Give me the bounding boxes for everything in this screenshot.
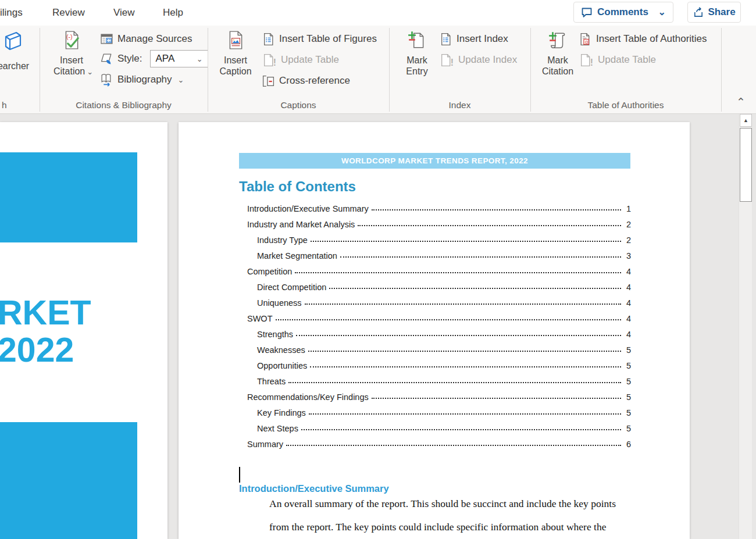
group-separator — [530, 28, 531, 112]
toc-page[interactable]: WORLDCORP MARKET TRENDS REPORT, 2022 Tab… — [179, 122, 690, 539]
insert-citation-label-2: Citation — [54, 66, 85, 76]
dot-leader — [309, 413, 621, 415]
cross-reference-label: Cross-reference — [279, 75, 350, 87]
comments-label: Comments — [597, 6, 648, 18]
collapse-ribbon-icon[interactable]: ⌃ — [732, 95, 750, 110]
toc-entry[interactable]: Industry and Market Analysis2 — [247, 215, 631, 231]
vertical-scrollbar[interactable]: ▲ — [739, 114, 752, 539]
dot-leader — [372, 398, 621, 399]
document-canvas: RKET 2022 WORLDCORP MARKET TRENDS REPORT… — [0, 114, 756, 539]
share-button[interactable]: Share — [687, 2, 741, 23]
insert-table-of-authorities-button[interactable]: g Insert Table of Authorities — [579, 31, 707, 47]
toc-entry[interactable]: Key Findings5 — [247, 404, 631, 419]
toc-entry[interactable]: Uniqueness4 — [247, 294, 631, 309]
toc-entry[interactable]: Direct Competition4 — [247, 278, 631, 294]
tab-view[interactable]: View — [113, 0, 135, 26]
dot-leader — [308, 351, 621, 352]
insert-caption-icon — [217, 30, 254, 52]
comments-chevron-icon[interactable]: ⌄ — [658, 8, 666, 17]
cover-title-line-1: RKET — [0, 294, 91, 331]
toc-entry[interactable]: Summary6 — [247, 435, 631, 451]
group-label-index: Index — [389, 100, 530, 110]
svg-text:!: ! — [451, 57, 454, 66]
toc-entry[interactable]: Weaknesses5 — [247, 341, 631, 356]
toc-entry[interactable]: Introduction/Executive Summary1 — [247, 199, 631, 215]
group-separator — [40, 28, 40, 112]
mark-citation-label-1: Mark — [547, 55, 568, 65]
manage-sources-button[interactable]: Manage Sources — [100, 31, 192, 47]
dot-leader — [372, 209, 621, 210]
update-index-button: ! Update Index — [439, 52, 517, 67]
share-label: Share — [708, 6, 735, 18]
toc-entry[interactable]: Competition4 — [247, 262, 631, 278]
insert-table-of-figures-icon — [262, 33, 275, 46]
scrollbar-thumb[interactable] — [740, 128, 752, 202]
bibliography-button[interactable]: Bibliography ⌄ — [100, 72, 184, 87]
researcher-button[interactable]: earcher — [0, 29, 36, 72]
style-value: APA — [156, 53, 175, 65]
toc-entry[interactable]: Strengths4 — [247, 325, 631, 341]
update-table-label: Update Table — [281, 54, 339, 66]
tab-mailings-partial[interactable]: ilings — [0, 0, 23, 26]
insert-table-of-figures-label: Insert Table of Figures — [279, 33, 377, 45]
body-text-line: An overall summary of the report. This s… — [269, 498, 616, 510]
svg-text:!: ! — [273, 57, 276, 66]
scroll-up-button[interactable]: ▲ — [740, 114, 752, 127]
svg-text:(-): (-) — [66, 33, 73, 40]
insert-table-of-authorities-icon: g — [579, 33, 592, 46]
share-icon — [693, 7, 704, 18]
cross-reference-button[interactable]: Cross-reference — [262, 73, 350, 88]
style-label: Style: — [117, 53, 142, 65]
toc-entry[interactable]: SWOT4 — [247, 309, 631, 325]
style-select[interactable]: APA ⌄ — [150, 50, 208, 67]
comments-button[interactable]: Comments ⌄ — [573, 2, 673, 23]
mark-entry-button[interactable]: Mark Entry — [399, 29, 435, 77]
table-of-contents[interactable]: Introduction/Executive Summary1 Industry… — [247, 199, 631, 451]
insert-citation-button[interactable]: (-) Insert Citation⌄ — [54, 29, 90, 77]
svg-text:g: g — [585, 38, 588, 44]
menu-bar: ilings Review View Help Comments ⌄ Share — [0, 0, 756, 26]
mark-citation-label-2: Citation — [542, 66, 573, 76]
toc-entry[interactable]: Industry Type2 — [247, 231, 631, 247]
manage-sources-icon — [100, 33, 113, 46]
comment-bubble-icon — [581, 6, 593, 18]
toc-entry[interactable]: Next Steps5 — [247, 419, 631, 435]
mark-citation-button[interactable]: Mark Citation — [540, 29, 576, 77]
chevron-down-icon: ⌄ — [87, 67, 93, 76]
toc-entry[interactable]: Threats5 — [247, 372, 631, 388]
cover-title-partial: RKET 2022 — [0, 294, 91, 369]
dot-leader — [296, 335, 621, 336]
insert-table-of-authorities-label: Insert Table of Authorities — [596, 33, 707, 45]
insert-caption-button[interactable]: Insert Caption — [217, 29, 254, 77]
update-index-icon: ! — [439, 53, 454, 67]
style-brush-icon — [100, 52, 113, 66]
toc-entry[interactable]: Opportunities5 — [247, 356, 631, 372]
scroll-up-arrow-icon: ▲ — [743, 117, 748, 123]
tab-help[interactable]: Help — [163, 0, 183, 26]
dot-leader — [340, 256, 621, 258]
dot-leader — [295, 272, 621, 273]
group-separator — [721, 28, 722, 112]
toc-entry[interactable]: Recommendations/Key Findings5 — [247, 388, 631, 404]
dot-leader — [329, 288, 621, 289]
group-label-captions: Captions — [208, 100, 389, 110]
cover-blue-rectangle-top — [0, 152, 137, 242]
dot-leader — [311, 241, 621, 242]
insert-caption-label-2: Caption — [219, 66, 251, 76]
manage-sources-label: Manage Sources — [117, 33, 192, 45]
insert-index-button[interactable]: Insert Index — [439, 31, 508, 47]
svg-text:!: ! — [590, 57, 593, 66]
bibliography-icon — [100, 73, 113, 87]
chevron-down-icon: ⌄ — [197, 55, 203, 63]
tab-review[interactable]: Review — [52, 0, 85, 26]
mark-entry-label-2: Entry — [406, 66, 427, 76]
toc-entry[interactable]: Market Segmentation3 — [247, 247, 631, 262]
update-table-authorities-label: Update Table — [598, 54, 656, 66]
insert-table-of-figures-button[interactable]: Insert Table of Figures — [262, 31, 377, 47]
cover-page[interactable]: RKET 2022 — [0, 122, 167, 539]
mark-entry-icon — [399, 30, 435, 52]
text-cursor — [239, 467, 240, 483]
update-table-button-authorities: ! Update Table — [579, 52, 656, 67]
cross-reference-icon — [262, 74, 275, 88]
researcher-book-icon — [0, 30, 36, 58]
